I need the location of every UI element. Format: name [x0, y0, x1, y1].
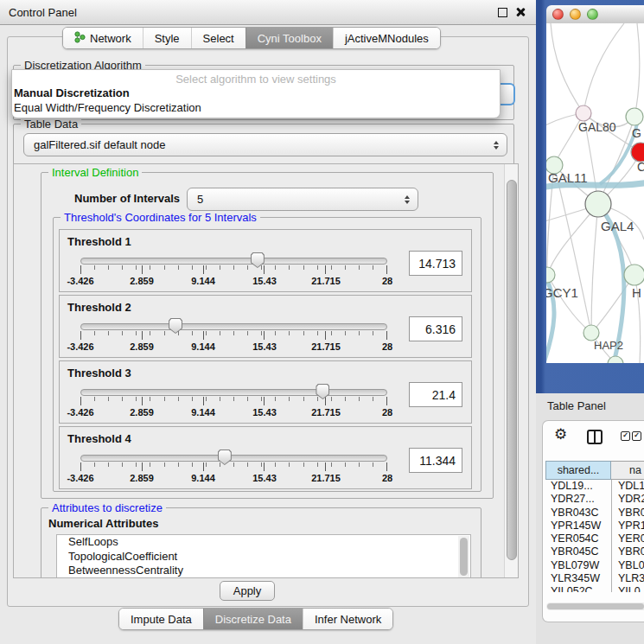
threshold-value-field[interactable]: 11.344: [409, 448, 462, 473]
slider-track[interactable]: [80, 455, 387, 462]
tick-label: 15.43: [252, 276, 277, 286]
slider-track[interactable]: [80, 389, 387, 396]
scrollbar-thumb[interactable]: [547, 603, 644, 609]
checkbox-icon: ✓: [621, 431, 630, 441]
settings-panel: Discretization Algorithm Table Data galF…: [7, 36, 529, 607]
cell-shared-name: YIL052C: [545, 585, 611, 592]
attributes-group: Attributes to discretize Numerical Attri…: [41, 507, 481, 578]
cell-shared-name: YER054C: [545, 532, 611, 545]
table-row[interactable]: YBR045CYBR0: [545, 545, 644, 558]
tick-label: 21.715: [311, 407, 341, 418]
tick-label: 28: [382, 473, 392, 483]
gear-icon[interactable]: ⚙: [554, 425, 567, 443]
table-data-combobox[interactable]: galFiltered.sif default node: [23, 133, 507, 156]
table-row[interactable]: YPR145WYPR1: [545, 520, 644, 532]
threshold-slider[interactable]: -3.4262.8599.14415.4321.71528: [80, 386, 387, 420]
tab-cyni-toolbox[interactable]: Cyni Toolbox: [245, 28, 333, 48]
table-row[interactable]: YLR345WYLR3: [545, 572, 644, 585]
tick-label: 21.715: [311, 341, 341, 352]
tab-discretize-data[interactable]: Discretize Data: [203, 609, 303, 629]
panel-title: Control Panel: [9, 6, 77, 19]
intervals-combobox[interactable]: 5: [187, 188, 418, 211]
tab-network[interactable]: Network: [63, 28, 143, 48]
threshold-label: Threshold 4: [67, 432, 131, 445]
table-panel: Table Panel ⚙ ✓✓ shared... na YDL19...YD…: [536, 393, 644, 644]
attribute-item[interactable]: TopologicalCoefficient: [57, 550, 470, 564]
column-header-shared-name[interactable]: shared...: [545, 461, 611, 480]
table-row[interactable]: YBR043CYBR0: [545, 507, 644, 520]
tab-select[interactable]: Select: [191, 28, 245, 48]
number-of-intervals-label: Number of Intervals: [74, 192, 180, 205]
threshold-slider[interactable]: -3.4262.8599.14415.4321.71528: [80, 320, 387, 354]
network-graph: [546, 23, 644, 363]
cell-shared-name: YPR145W: [545, 520, 611, 532]
scrollbar-thumb[interactable]: [507, 180, 517, 560]
network-node[interactable]: [626, 108, 643, 125]
threshold-slider[interactable]: -3.4262.8599.14415.4321.71528: [80, 254, 387, 289]
group-title-interval: Interval Definition: [48, 166, 142, 179]
node-label: G: [632, 126, 641, 140]
numerical-attributes-list[interactable]: SelfLoopsTopologicalCoefficientBetweenne…: [56, 534, 471, 578]
attribute-item[interactable]: BetweennessCentrality: [57, 564, 470, 578]
list-scrollbar[interactable]: [458, 536, 469, 578]
cell-name: YDL1: [611, 480, 644, 493]
apply-button[interactable]: Apply: [220, 581, 275, 601]
node-label: GAL11: [548, 170, 588, 185]
network-node[interactable]: [624, 265, 644, 285]
table-row[interactable]: YER054CYER0: [545, 532, 644, 545]
algorithm-combobox[interactable]: [501, 83, 515, 105]
dropdown-placeholder: Select algorithm to view settings: [12, 70, 500, 86]
close-icon[interactable]: [515, 7, 526, 17]
select-columns-icon[interactable]: ✓✓: [621, 431, 641, 441]
float-icon[interactable]: [498, 8, 507, 17]
combobox-value: galFiltered.sif default node: [34, 134, 165, 156]
tab-jactivemnodules[interactable]: jActiveMNodules: [333, 28, 440, 48]
slider-tick-labels: -3.4262.8599.14415.4321.71528: [80, 407, 387, 418]
network-node[interactable]: [546, 267, 555, 283]
threshold-value-field[interactable]: 21.4: [409, 382, 462, 407]
tick-label: -3.426: [67, 341, 93, 352]
cell-name: YBL0: [611, 559, 644, 572]
algorithm-option[interactable]: Equal Width/Frequency Discretization: [12, 101, 500, 116]
column-header-name[interactable]: na: [611, 461, 644, 480]
group-title-attributes: Attributes to discretize: [48, 501, 166, 514]
control-panel-window: Control Panel NetworkStyleSelectCyni Too…: [0, 0, 536, 644]
threshold-panel: Threshold 2-3.4262.8599.14415.4321.71528…: [59, 295, 472, 358]
threshold-value-field[interactable]: 6.316: [409, 316, 462, 341]
close-button[interactable]: [552, 9, 564, 20]
tab-label: Infer Network: [315, 613, 381, 626]
horizontal-scrollbar[interactable]: [546, 603, 644, 610]
minimize-button[interactable]: [570, 9, 581, 20]
top-tab-bar: NetworkStyleSelectCyni ToolboxjActiveMNo…: [62, 27, 441, 49]
threshold-slider[interactable]: -3.4262.8599.14415.4321.71528: [80, 451, 387, 486]
zoom-button[interactable]: [587, 9, 598, 20]
threshold-panel: Threshold 4-3.4262.8599.14415.4321.71528…: [59, 426, 472, 489]
cell-shared-name: YBR043C: [545, 507, 611, 520]
table-row[interactable]: YIL052CYIL0: [545, 585, 644, 592]
tick-label: 28: [382, 341, 392, 352]
control-panel-titlebar: Control Panel: [0, 0, 536, 25]
table-row[interactable]: YBL079WYBL0: [545, 559, 644, 572]
tab-impute-data[interactable]: Impute Data: [119, 609, 203, 629]
columns-icon[interactable]: [587, 430, 603, 444]
threshold-value-field[interactable]: 14.713: [409, 251, 462, 276]
threshold-label: Threshold 2: [67, 301, 131, 314]
network-canvas[interactable]: GAL80GCGAL11GAL4GCY1HHAP2: [546, 23, 644, 363]
network-node[interactable]: [585, 191, 611, 217]
node-label: GCY1: [546, 285, 578, 300]
network-node[interactable]: [576, 105, 591, 121]
table-panel-title: Table Panel: [547, 399, 606, 412]
slider-track[interactable]: [80, 323, 387, 330]
tick-label: -3.426: [67, 407, 93, 418]
vertical-scrollbar[interactable]: [504, 164, 518, 577]
cell-name: YPR1: [611, 520, 644, 532]
slider-track[interactable]: [80, 258, 387, 265]
table-row[interactable]: YDL19...YDL1: [545, 480, 644, 493]
tab-style[interactable]: Style: [143, 28, 191, 48]
network-window-titlebar[interactable]: [546, 5, 644, 24]
algorithm-option[interactable]: Manual Discretization: [12, 86, 500, 101]
network-node[interactable]: [631, 143, 644, 162]
tab-infer-network[interactable]: Infer Network: [303, 609, 392, 629]
attribute-item[interactable]: SelfLoops: [57, 535, 470, 550]
table-row[interactable]: YDR27...YDR2: [545, 493, 644, 506]
